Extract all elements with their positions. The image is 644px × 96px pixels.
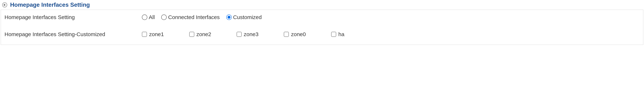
checkbox-zone2[interactable]: zone2 (189, 31, 211, 37)
checkbox-zone3[interactable]: zone3 (236, 31, 259, 37)
customized-zones-label: Homepage Interfaces Setting-Customized (4, 31, 142, 37)
checkbox-zone1[interactable]: zone1 (142, 31, 164, 37)
radio-all[interactable]: All (142, 14, 155, 20)
checkbox-label-zone1: zone1 (149, 31, 164, 37)
interfaces-setting-radio-group: All Connected Interfaces Customized (142, 14, 262, 20)
customized-zones-row: Homepage Interfaces Setting-Customized z… (4, 31, 640, 37)
section-header: Homepage Interfaces Setting (1, 1, 643, 9)
checkbox-icon (142, 32, 147, 37)
checkbox-icon (236, 32, 242, 37)
radio-icon (142, 15, 147, 20)
settings-panel: Homepage Interfaces Setting All Connecte… (1, 10, 643, 45)
section-title: Homepage Interfaces Setting (10, 2, 90, 8)
checkbox-label-zone3: zone3 (244, 31, 259, 37)
zones-checkbox-group: zone1 zone2 zone3 zone0 ha (142, 31, 344, 37)
radio-customized[interactable]: Customized (226, 14, 262, 20)
checkbox-label-ha: ha (338, 31, 344, 37)
radio-label-all: All (149, 14, 155, 20)
checkbox-ha[interactable]: ha (331, 31, 344, 37)
interfaces-setting-row: Homepage Interfaces Setting All Connecte… (4, 14, 640, 20)
checkbox-icon (189, 32, 194, 37)
checkbox-icon (331, 32, 336, 37)
checkbox-label-zone2: zone2 (196, 31, 211, 37)
radio-connected-interfaces[interactable]: Connected Interfaces (161, 14, 220, 20)
checkbox-zone0[interactable]: zone0 (284, 31, 306, 37)
checkbox-icon (284, 32, 289, 37)
interfaces-setting-label: Homepage Interfaces Setting (4, 14, 142, 20)
checkbox-label-zone0: zone0 (291, 31, 306, 37)
expand-toggle-icon[interactable] (2, 2, 7, 8)
radio-label-connected: Connected Interfaces (168, 14, 220, 20)
radio-label-customized: Customized (233, 14, 262, 20)
radio-icon (161, 15, 167, 20)
radio-icon (226, 15, 232, 20)
